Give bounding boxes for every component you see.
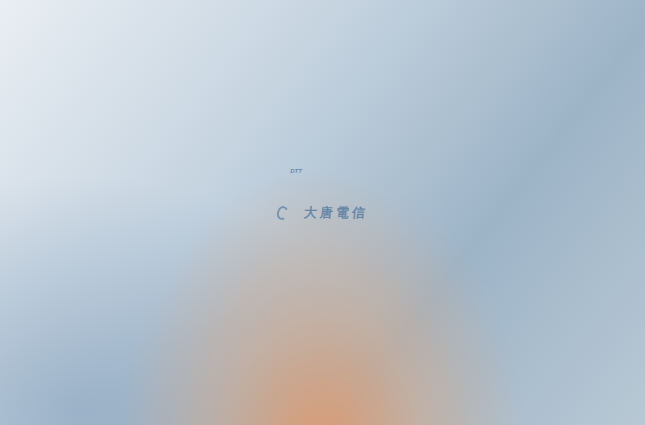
watermark-logo: DTT 大唐電信 xyxy=(0,0,645,425)
watermark-abbr: DTT xyxy=(290,168,302,174)
crescent-icon xyxy=(275,204,290,221)
app-window: VideoClient_V2 ─ ▢ ✕ 系统视图工具帮助 监控视频 录像回放 … xyxy=(0,0,645,425)
video-tile[interactable]: DTT 大唐電信 xyxy=(0,0,645,425)
video-wall-area: DTT 大唐電信 xyxy=(115,49,643,360)
watermark-name: 大唐電信 xyxy=(303,204,369,222)
main-area: 主控制中心 平台1_1 Camera 01(136) Camer xyxy=(0,47,645,362)
video-grid: DTT 大唐電信 xyxy=(115,49,643,341)
